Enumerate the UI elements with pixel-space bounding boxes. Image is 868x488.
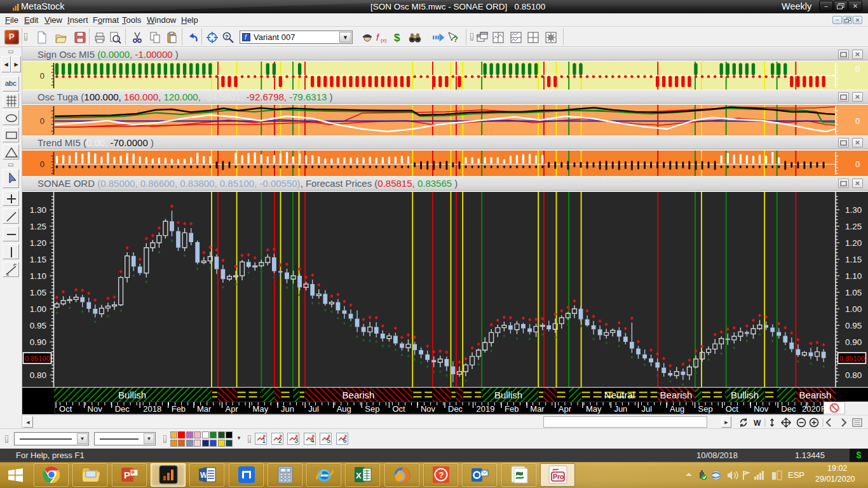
- svg-text:Bullish: Bullish: [494, 389, 522, 400]
- svg-text:1.25: 1.25: [845, 222, 862, 231]
- svg-text:s: s: [6, 271, 9, 277]
- svg-text:Bullish: Bullish: [118, 389, 146, 400]
- svg-text:2020: 2020: [802, 404, 820, 414]
- svg-text:0.80: 0.80: [30, 370, 46, 380]
- svg-text:Jun: Jun: [281, 404, 294, 414]
- svg-text:0: 0: [855, 64, 860, 74]
- svg-text:W: W: [754, 419, 761, 428]
- svg-text:?: ?: [225, 34, 229, 40]
- svg-text:Bullish: Bullish: [731, 389, 759, 400]
- svg-text:Nov: Nov: [88, 404, 103, 414]
- svg-text:Mar: Mar: [530, 404, 545, 414]
- svg-text:P: P: [124, 470, 130, 480]
- svg-text:1.20: 1.20: [845, 238, 862, 248]
- svg-text:0.85100: 0.85100: [839, 355, 865, 362]
- svg-text:Dec: Dec: [115, 404, 130, 414]
- svg-text:1.15: 1.15: [30, 255, 46, 264]
- svg-text:0.95: 0.95: [30, 321, 46, 330]
- svg-text:1.10: 1.10: [845, 271, 862, 281]
- svg-text:2019: 2019: [477, 404, 495, 414]
- svg-text:Neutral: Neutral: [604, 389, 635, 400]
- svg-text:0.95: 0.95: [845, 321, 862, 330]
- svg-text:Bearish: Bearish: [799, 389, 832, 400]
- svg-text:Apr: Apr: [226, 404, 239, 414]
- svg-text:$: $: [394, 32, 400, 44]
- svg-text:0: 0: [40, 71, 44, 81]
- svg-text:?: ?: [439, 470, 444, 480]
- svg-text:Sep: Sep: [365, 404, 379, 414]
- svg-text:1.30: 1.30: [845, 205, 862, 215]
- svg-text:1.10: 1.10: [30, 271, 46, 281]
- svg-text:?: ?: [453, 34, 458, 44]
- svg-text:Aug: Aug: [670, 404, 684, 414]
- svg-text:Aug: Aug: [337, 404, 351, 414]
- svg-text:(x): (x): [381, 37, 387, 43]
- svg-text:0: 0: [40, 159, 44, 169]
- svg-text:Mar: Mar: [197, 404, 212, 414]
- svg-text:0.85100: 0.85100: [25, 355, 50, 362]
- svg-text:Oct: Oct: [726, 404, 739, 414]
- svg-text:Jul: Jul: [642, 404, 653, 414]
- svg-text:f: f: [376, 32, 380, 43]
- svg-text:Jun: Jun: [614, 404, 627, 414]
- svg-text:1.20: 1.20: [30, 238, 46, 248]
- svg-text:0.90: 0.90: [30, 337, 46, 347]
- svg-text:2018: 2018: [143, 404, 161, 414]
- svg-text:1.05: 1.05: [845, 288, 862, 297]
- svg-text:Feb: Feb: [505, 404, 519, 414]
- svg-text:1.30: 1.30: [30, 205, 46, 215]
- svg-text:0.80: 0.80: [845, 370, 862, 380]
- svg-text:Oct: Oct: [59, 404, 72, 414]
- svg-text:Jul: Jul: [308, 404, 319, 414]
- svg-text:Bearish: Bearish: [342, 389, 375, 400]
- svg-text:Pro: Pro: [553, 473, 564, 480]
- svg-text:0: 0: [285, 468, 287, 472]
- svg-text:X: X: [356, 471, 362, 480]
- svg-text:0: 0: [855, 116, 860, 126]
- svg-text:0: 0: [40, 116, 44, 126]
- svg-text:May: May: [586, 404, 602, 414]
- svg-text:Dec: Dec: [781, 404, 796, 414]
- svg-text:0.90: 0.90: [845, 337, 862, 347]
- svg-text:0: 0: [855, 159, 860, 169]
- svg-text:Nov: Nov: [754, 404, 769, 414]
- svg-text:Dec: Dec: [448, 404, 463, 414]
- svg-text:1.05: 1.05: [30, 288, 46, 297]
- svg-text:1.15: 1.15: [845, 255, 862, 264]
- svg-text:Feb: Feb: [172, 404, 186, 414]
- svg-text:1.00: 1.00: [845, 304, 862, 314]
- svg-text:Bearish: Bearish: [660, 389, 693, 400]
- svg-text:Oct: Oct: [392, 404, 405, 414]
- svg-text:May: May: [253, 404, 269, 414]
- svg-text:Apr: Apr: [559, 404, 572, 414]
- svg-text:Sep: Sep: [698, 404, 713, 414]
- svg-text:Nov: Nov: [421, 404, 436, 414]
- svg-text:1.25: 1.25: [30, 222, 46, 231]
- svg-text:1.00: 1.00: [30, 304, 46, 314]
